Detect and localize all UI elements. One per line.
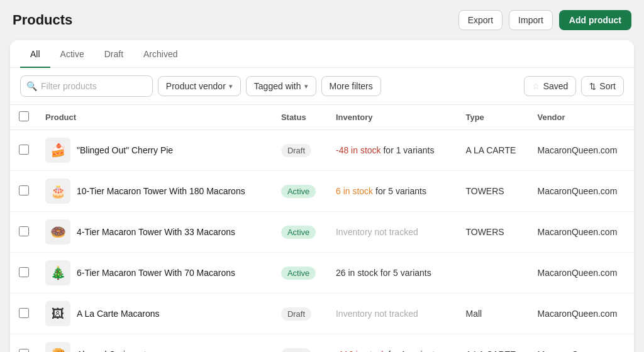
table-row: 🍰 "Blinged Out" Cherry Pie Draft -48 in … [10,130,634,171]
tabs-bar: All Active Draft Archived [10,40,634,68]
table-row: 🎂 10-Tier Macaron Tower With 180 Macaron… [10,171,634,212]
vendor-cell: MacaronQueen.com [530,294,634,334]
status-badge: Active [281,267,316,280]
export-button[interactable]: Export [458,10,502,30]
product-thumbnail: 🎄 [45,260,70,285]
filters-bar: 🔍 Product vendor ▾ Tagged with ▾ More fi… [10,68,634,105]
inventory-cell: 26 in stock for 5 variants [328,253,458,294]
status-badge: Active [281,185,316,198]
status-cell: Active [274,253,328,294]
search-input[interactable] [20,75,153,97]
type-cell: Mall [458,294,530,334]
product-thumbnail: 🎂 [45,179,70,204]
type-cell [458,253,530,294]
chevron-down-icon: ▾ [304,82,308,91]
table-row: 🍩 4-Tier Macaron Tower With 33 Macarons … [10,212,634,253]
inventory-cell: 6 in stock for 5 variants [328,171,458,212]
product-cell: 🥐 Almond Croissant [38,334,274,353]
row-checkbox-cell [10,130,38,171]
row-checkbox-cell [10,171,38,212]
product-thumbnail: 🍰 [45,138,70,163]
row-checkbox[interactable] [19,308,29,318]
page-header: Products Export Import Add product [10,10,634,30]
product-vendor-filter[interactable]: Product vendor ▾ [158,76,241,96]
row-checkbox-cell [10,294,38,334]
product-thumbnail: 🍩 [45,219,70,245]
product-name: Almond Croissant [77,349,147,352]
col-inventory: Inventory [328,105,458,130]
row-checkbox[interactable] [19,145,29,155]
type-cell: A LA CARTE [458,130,530,171]
inventory-cell: Inventory not tracked [328,212,458,253]
tab-active[interactable]: Active [50,40,94,68]
product-cell: 🎄 6-Tier Macaron Tower With 70 Macarons [38,253,274,294]
row-checkbox[interactable] [19,349,29,353]
row-checkbox[interactable] [19,267,29,277]
table-header-row: Product Status Inventory Type Vendor [10,105,634,130]
col-product: Product [38,105,274,130]
product-name: A La Carte Macarons [77,309,160,319]
product-cell: 🍰 "Blinged Out" Cherry Pie [38,130,274,171]
product-name: 10-Tier Macaron Tower With 180 Macarons [77,186,245,196]
add-product-button[interactable]: Add product [559,10,631,30]
row-checkbox[interactable] [19,185,29,195]
status-cell: Draft [274,294,328,334]
more-filters-button[interactable]: More filters [321,76,381,96]
row-checkbox[interactable] [19,226,29,236]
select-all-header [10,105,38,130]
product-thumbnail: 🥐 [45,342,70,352]
row-checkbox-cell [10,253,38,294]
product-name: "Blinged Out" Cherry Pie [77,145,173,155]
saved-button[interactable]: ☆ Saved [524,76,577,96]
status-cell: Draft [274,130,328,171]
import-button[interactable]: Import [509,10,553,30]
product-thumbnail: 🖼 [45,301,70,326]
status-cell: Active [274,212,328,253]
vendor-cell: MacaronQueen.com [530,212,634,253]
products-card: All Active Draft Archived 🔍 Product vend… [10,40,634,352]
tab-draft[interactable]: Draft [94,40,133,68]
type-cell: TOWERS [458,212,530,253]
page-wrapper: Products Export Import Add product All A… [10,10,634,352]
chevron-down-icon: ▾ [229,82,233,91]
tab-all[interactable]: All [20,40,50,68]
status-cell: Draft [274,334,328,353]
vendor-cell: MacaronQueen.com [530,334,634,353]
product-name: 4-Tier Macaron Tower With 33 Macarons [77,227,235,237]
search-icon: 🔍 [26,81,37,91]
select-all-checkbox[interactable] [19,111,29,121]
row-checkbox-cell [10,212,38,253]
type-cell: A LA CARTE [458,334,530,353]
tab-archived[interactable]: Archived [133,40,187,68]
row-checkbox-cell [10,334,38,353]
page-title: Products [13,12,72,28]
status-badge: Draft [281,348,311,353]
status-badge: Active [281,226,316,239]
tagged-with-filter[interactable]: Tagged with ▾ [246,76,316,96]
col-type: Type [458,105,530,130]
product-cell: 🖼 A La Carte Macarons [38,294,274,334]
status-badge: Draft [281,307,311,321]
product-name: 6-Tier Macaron Tower With 70 Macarons [77,268,235,278]
products-table: Product Status Inventory Type Vendor 🍰 "… [10,105,634,352]
table-row: 🎄 6-Tier Macaron Tower With 70 Macarons … [10,253,634,294]
header-actions: Export Import Add product [458,10,631,30]
search-wrapper: 🔍 [20,75,153,97]
inventory-cell: Inventory not tracked [328,294,458,334]
table-row: 🖼 A La Carte Macarons Draft Inventory no… [10,294,634,334]
table-row: 🥐 Almond Croissant Draft -116 in stock f… [10,334,634,353]
status-cell: Active [274,171,328,212]
star-icon: ☆ [532,81,540,91]
inventory-cell: -116 in stock for 1 variants [328,334,458,353]
sort-button[interactable]: ⇅ Sort [581,76,624,96]
vendor-cell: MacaronQueen.com [530,253,634,294]
type-cell: TOWERS [458,171,530,212]
sort-icon: ⇅ [589,82,596,91]
col-vendor: Vendor [530,105,634,130]
inventory-cell: -48 in stock for 1 variants [328,130,458,171]
vendor-cell: MacaronQueen.com [530,171,634,212]
product-cell: 🍩 4-Tier Macaron Tower With 33 Macarons [38,212,274,253]
col-status: Status [274,105,328,130]
vendor-cell: MacaronQueen.com [530,130,634,171]
product-cell: 🎂 10-Tier Macaron Tower With 180 Macaron… [38,171,274,212]
